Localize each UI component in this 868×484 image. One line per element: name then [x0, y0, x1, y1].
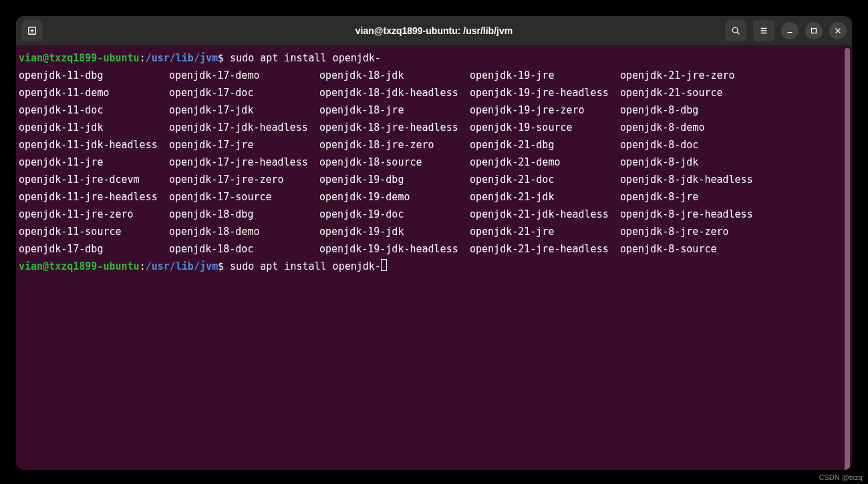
completion-item: openjdk-19-jre-zero — [470, 101, 620, 119]
svg-point-3 — [732, 27, 738, 33]
completion-item: openjdk-17-jre-zero — [169, 171, 319, 188]
scrollbar[interactable] — [845, 48, 850, 470]
completion-item: openjdk-18-demo — [169, 223, 319, 240]
completion-item: openjdk-21-jdk-headless — [470, 206, 620, 223]
completion-item: openjdk-21-demo — [470, 154, 620, 171]
completion-item: openjdk-21-doc — [470, 171, 620, 188]
completion-item: openjdk-8-jre — [620, 188, 849, 206]
completion-item: openjdk-18-dbg — [169, 206, 319, 223]
completion-item: openjdk-8-demo — [620, 119, 849, 136]
minimize-button[interactable] — [781, 22, 799, 39]
completion-item: openjdk-19-doc — [319, 206, 470, 223]
prompt-dollar: $ — [218, 52, 224, 64]
completion-item: openjdk-19-jre-headless — [470, 84, 620, 101]
maximize-button[interactable] — [805, 22, 823, 39]
terminal-window: vian@txzq1899-ubuntu: /usr/lib/jvm — [16, 16, 852, 470]
completion-item: openjdk-17-dbg — [19, 240, 169, 258]
completion-item: openjdk-17-doc — [169, 84, 319, 101]
completion-item: openjdk-19-jdk-headless — [319, 240, 470, 258]
prompt-dollar: $ — [218, 260, 224, 272]
completion-item: openjdk-17-jdk-headless — [169, 119, 319, 136]
svg-line-4 — [737, 32, 739, 34]
prompt-path: /usr/lib/jvm — [146, 260, 218, 272]
prompt-line-2: vian@txzq1899-ubuntu:/usr/lib/jvm$ sudo … — [19, 258, 849, 275]
completion-item: openjdk-18-jdk-headless — [319, 84, 470, 101]
completion-item: openjdk-19-source — [470, 119, 620, 136]
terminal-cursor — [381, 259, 387, 271]
completion-item: openjdk-17-source — [169, 188, 319, 206]
completion-item: openjdk-21-jre — [470, 223, 620, 240]
completion-item: openjdk-11-jdk — [19, 119, 169, 136]
completion-item: openjdk-18-jre-headless — [319, 119, 470, 136]
completion-item: openjdk-8-dbg — [620, 101, 849, 119]
completion-item: openjdk-8-jre-headless — [620, 206, 849, 223]
completion-item: openjdk-11-jre-dcevm — [19, 171, 169, 188]
completion-item: openjdk-18-source — [319, 154, 470, 171]
completion-item: openjdk-8-doc — [620, 136, 849, 154]
completion-item: openjdk-21-dbg — [470, 136, 620, 154]
window-title: vian@txzq1899-ubuntu: /usr/lib/jvm — [155, 25, 713, 36]
completion-list: openjdk-11-dbg openjdk-17-demo openjdk-1… — [19, 67, 849, 258]
completion-item: openjdk-17-jre-headless — [169, 154, 319, 171]
completion-item: openjdk-11-dbg — [19, 67, 169, 84]
prompt-colon: : — [140, 260, 146, 272]
completion-item: openjdk-17-demo — [169, 67, 319, 84]
completion-item: openjdk-18-jre — [319, 101, 470, 119]
prompt-command: sudo apt install openjdk- — [230, 260, 381, 272]
watermark: CSDN @txzq — [819, 473, 863, 481]
prompt-line-1: vian@txzq1899-ubuntu:/usr/lib/jvm$ sudo … — [19, 49, 849, 67]
completion-item: openjdk-17-jre — [169, 136, 319, 154]
prompt-user-host: vian@txzq1899-ubuntu — [19, 260, 140, 272]
completion-item: openjdk-11-jre-zero — [19, 206, 169, 223]
completion-item: openjdk-21-jdk — [470, 188, 620, 206]
titlebar-right-group — [713, 20, 847, 41]
completion-item: openjdk-11-demo — [19, 84, 169, 101]
completion-item: openjdk-8-jdk-headless — [620, 171, 849, 188]
completion-item: openjdk-8-jre-zero — [620, 223, 849, 240]
completion-item: openjdk-11-jre — [19, 154, 169, 171]
completion-item: openjdk-8-source — [620, 240, 849, 258]
completion-item: openjdk-11-doc — [19, 101, 169, 119]
completion-item: openjdk-18-jdk — [319, 67, 470, 84]
titlebar-left-group — [21, 20, 155, 41]
search-button[interactable] — [725, 20, 746, 41]
completion-item: openjdk-19-dbg — [319, 171, 470, 188]
prompt-command: sudo apt install openjdk- — [230, 52, 381, 64]
completion-item: openjdk-21-jre-zero — [620, 67, 849, 84]
prompt-path: /usr/lib/jvm — [146, 52, 218, 64]
completion-item: openjdk-18-jre-zero — [319, 136, 470, 154]
completion-item: openjdk-21-jre-headless — [470, 240, 620, 258]
close-button[interactable] — [829, 22, 847, 39]
prompt-colon: : — [140, 52, 146, 64]
completion-item: openjdk-11-jdk-headless — [19, 136, 169, 154]
completion-item: openjdk-18-doc — [169, 240, 319, 258]
completion-item: openjdk-11-jre-headless — [19, 188, 169, 206]
svg-rect-9 — [812, 29, 817, 33]
completion-item: openjdk-19-jre — [470, 67, 620, 84]
prompt-user-host: vian@txzq1899-ubuntu — [19, 52, 140, 64]
completion-item: openjdk-11-source — [19, 223, 169, 240]
completion-item: openjdk-19-jdk — [319, 223, 470, 240]
terminal-body[interactable]: vian@txzq1899-ubuntu:/usr/lib/jvm$ sudo … — [16, 45, 852, 470]
completion-item: openjdk-21-source — [620, 84, 849, 101]
completion-item: openjdk-8-jdk — [620, 154, 849, 171]
menu-button[interactable] — [753, 20, 774, 41]
completion-item: openjdk-19-demo — [319, 188, 470, 206]
titlebar: vian@txzq1899-ubuntu: /usr/lib/jvm — [16, 16, 852, 45]
new-tab-button[interactable] — [21, 20, 43, 41]
completion-item: openjdk-17-jdk — [169, 101, 319, 119]
